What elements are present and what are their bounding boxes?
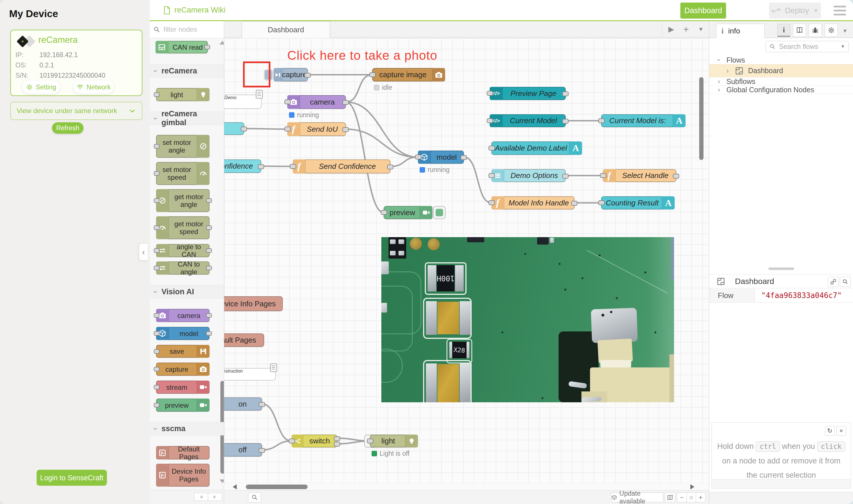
zoom-reset-button[interactable]: ○ xyxy=(686,492,696,502)
palette-node-get-motor-angle[interactable]: get motor angle xyxy=(156,189,210,212)
port[interactable] xyxy=(304,73,311,78)
port[interactable] xyxy=(154,198,160,203)
expand-all-button[interactable]: » xyxy=(208,493,222,501)
port[interactable] xyxy=(241,127,247,131)
port[interactable] xyxy=(600,173,606,178)
palette-node-can-to-angle[interactable]: CAN to angle xyxy=(156,262,210,274)
tree-item-dashboard[interactable]: ›Dashboard xyxy=(709,64,853,77)
port[interactable] xyxy=(487,91,493,96)
collapse-all-button[interactable]: » xyxy=(194,493,208,501)
canvas-node-model[interactable]: model xyxy=(418,150,464,164)
login-sensecraft-button[interactable]: Login to SenseCraft xyxy=(37,470,107,486)
canvas-node-iou[interactable] xyxy=(224,122,244,135)
palette-node-stream[interactable]: stream xyxy=(156,381,210,394)
palette-node-set-motor-speed[interactable]: set motor speed xyxy=(156,162,210,185)
port[interactable] xyxy=(598,200,605,205)
canvas-horizontal-scrollbar[interactable] xyxy=(246,485,307,489)
canvas-node-capture[interactable]: capture xyxy=(273,68,308,82)
navigator-map-button[interactable] xyxy=(665,492,675,502)
canvas-node-on[interactable]: on xyxy=(224,397,262,411)
port[interactable] xyxy=(562,91,569,96)
refresh-tip-button[interactable]: ↻ xyxy=(825,426,835,436)
palette-node-capture[interactable]: capture xyxy=(156,363,210,376)
canvas-node-off[interactable]: off xyxy=(224,443,262,456)
canvas-node-light-instruction[interactable]: Light Instruction xyxy=(224,368,276,381)
palette-node-default-pages[interactable]: Default Pages xyxy=(156,446,210,460)
palette-node-can-read[interactable]: CAN read xyxy=(156,41,208,53)
port[interactable] xyxy=(206,248,212,253)
canvas-node-model-info-handle[interactable]: fModel Info Handle xyxy=(492,196,574,210)
palette-node-camera[interactable]: camera xyxy=(156,309,210,322)
canvas-node-device-info-pages[interactable]: Device Info Pages xyxy=(224,296,283,311)
port[interactable] xyxy=(206,331,212,336)
port[interactable] xyxy=(154,403,160,408)
canvas-node-select-handle[interactable]: fSelect Handle xyxy=(603,169,676,182)
palette-category-vision-ai[interactable]: ›Vision AI xyxy=(150,285,224,299)
palette-scroll-down-icon[interactable] xyxy=(219,480,224,483)
port[interactable] xyxy=(259,448,265,453)
tab-dashboard[interactable]: Dashboard xyxy=(242,21,330,38)
sidebar-splitter[interactable] xyxy=(768,267,794,270)
zoom-in-button[interactable]: + xyxy=(696,492,706,502)
port[interactable] xyxy=(206,313,212,318)
palette-node-set-motor-angle[interactable]: set motor angle xyxy=(156,135,210,158)
open-flow-icon[interactable]: ▶ xyxy=(665,23,677,36)
port[interactable] xyxy=(206,266,212,270)
dashboard-button[interactable]: Dashboard xyxy=(680,3,726,19)
port[interactable] xyxy=(334,442,340,447)
port[interactable] xyxy=(488,173,495,178)
palette-search[interactable] xyxy=(150,21,224,38)
palette-node-save[interactable]: save xyxy=(156,345,210,358)
scroll-left-icon[interactable] xyxy=(233,484,237,489)
canvas-node-camera[interactable]: camera xyxy=(287,95,346,109)
port[interactable] xyxy=(154,331,160,336)
tree-item-subflows[interactable]: ›Subflows xyxy=(709,77,853,86)
update-available-button[interactable]: Update available xyxy=(611,492,663,502)
palette-node-model[interactable]: model xyxy=(156,327,210,340)
find-node-button[interactable] xyxy=(840,276,851,287)
canvas-node-default-pages[interactable]: Default Pages xyxy=(224,334,264,347)
port[interactable] xyxy=(284,127,291,131)
palette-node-get-motor-speed[interactable]: get motor speed xyxy=(156,216,210,239)
port[interactable] xyxy=(258,164,264,169)
palette-scroll-up-icon[interactable] xyxy=(219,41,224,44)
palette-node-angle-to-can[interactable]: angle to CAN xyxy=(156,244,210,257)
port[interactable] xyxy=(154,385,160,390)
port[interactable] xyxy=(154,367,160,372)
port[interactable] xyxy=(381,210,387,215)
canvas-body[interactable]: Click here to take a photo xyxy=(224,38,709,483)
port[interactable] xyxy=(154,92,160,97)
scroll-right-icon[interactable] xyxy=(690,484,694,489)
port[interactable] xyxy=(259,402,265,407)
port[interactable] xyxy=(415,155,421,159)
search-flows-box[interactable]: ▼ xyxy=(766,41,849,52)
palette-node-preview[interactable]: preview xyxy=(156,399,210,412)
port[interactable] xyxy=(154,313,160,318)
help-panel-button[interactable] xyxy=(793,24,806,37)
port[interactable] xyxy=(284,100,291,104)
canvas-node-capture-image[interactable]: capture image xyxy=(372,68,445,82)
network-button[interactable]: Network xyxy=(73,80,114,94)
refresh-button[interactable]: Refresh xyxy=(52,122,84,134)
port[interactable] xyxy=(461,155,467,160)
palette-node-device-info-pages[interactable]: Device Info Pages xyxy=(156,464,210,487)
search-flows-input[interactable] xyxy=(778,42,838,51)
port[interactable] xyxy=(367,438,373,444)
network-device-dropdown[interactable]: View device under same network xyxy=(10,102,142,120)
tree-item-global-configuration-nodes[interactable]: ›Global Configuration Nodes xyxy=(709,86,853,94)
canvas-node-send-iou[interactable]: fSend IoU xyxy=(287,122,346,136)
port[interactable] xyxy=(154,349,160,354)
sidebar-caret-icon[interactable]: ▼ xyxy=(842,28,848,34)
search-caret-icon[interactable]: ▼ xyxy=(840,44,845,49)
port[interactable] xyxy=(154,248,160,253)
preview-button[interactable] xyxy=(433,206,446,219)
port[interactable] xyxy=(205,45,210,50)
port[interactable] xyxy=(488,146,495,150)
setting-button[interactable]: Setting xyxy=(22,80,60,94)
canvas-node-preview-page[interactable]: </>Preview Page xyxy=(490,87,566,100)
port[interactable] xyxy=(290,164,296,169)
port[interactable] xyxy=(488,200,495,205)
canvas-node-current-model-is[interactable]: ACurrent Model is: xyxy=(601,114,686,127)
canvas-node-demo-options[interactable]: Demo Options xyxy=(492,169,566,182)
palette-category-recamera[interactable]: ›reCamera xyxy=(150,64,224,78)
